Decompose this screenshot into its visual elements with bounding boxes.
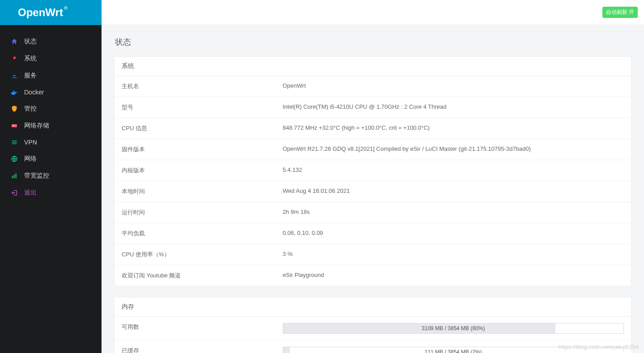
system-row-label: 型号 [122, 103, 283, 111]
svg-rect-6 [12, 176, 13, 178]
bars-icon [11, 139, 18, 146]
hdd-icon [11, 122, 18, 129]
system-row-value: OpenWrt [283, 82, 624, 90]
system-row-label: 内核版本 [122, 166, 283, 174]
system-row: 固件版本OpenWrt R21.7.26 GDQ v8.1[2021] Comp… [114, 139, 631, 160]
globe-icon [11, 155, 18, 162]
sidebar-item-3[interactable]: Docker [0, 84, 102, 100]
logout-icon [11, 189, 18, 196]
sidebar-item-label: 退出 [24, 189, 93, 197]
svg-rect-7 [14, 174, 15, 178]
system-row-value: eSir Playground [283, 272, 624, 280]
sidebar-item-label: 管控 [24, 105, 93, 113]
panel-system: 系统 主机名OpenWrt型号Intel(R) Core(TM) i5-4210… [114, 56, 631, 286]
system-row: 平均负载0.06, 0.10, 0.09 [114, 223, 631, 244]
sidebar-item-8[interactable]: 带宽监控 [0, 167, 102, 184]
sidebar-item-1[interactable]: 系统 [0, 50, 102, 67]
progress-text: 3109 MB / 3854 MB (80%) [283, 323, 623, 333]
sidebar-item-label: 网络 [24, 155, 93, 163]
system-row: 主机名OpenWrt [114, 76, 631, 97]
system-row: CPU 使用率（%）3 % [114, 244, 631, 265]
panel-memory-title: 内存 [114, 298, 631, 317]
main: 自动刷新 开 状态 系统 主机名OpenWrt型号Intel(R) Core(T… [102, 0, 644, 353]
topbar: 自动刷新 开 [102, 0, 644, 25]
memory-row-value: 3109 MB / 3854 MB (80%) [283, 323, 624, 334]
system-row-label: 主机名 [122, 82, 283, 90]
svg-point-1 [16, 125, 17, 126]
memory-row-value: 111 MB / 3854 MB (2%) [283, 347, 624, 353]
system-row-label: 欢迎订阅 Youtube 频道 [122, 272, 283, 280]
system-row-value: 3 % [283, 251, 624, 259]
system-row-value: Intel(R) Core(TM) i5-4210U CPU @ 1.70GHz… [283, 103, 624, 111]
system-row-value: Wed Aug 4 16:01:06 2021 [283, 187, 624, 196]
system-row-label: CPU 信息 [122, 124, 283, 132]
sidebar-item-label: 服务 [24, 72, 93, 80]
sidebar-item-2[interactable]: 服务 [0, 67, 102, 84]
sidebar-item-label: VPN [24, 139, 93, 146]
sidebar-item-label: 状态 [24, 38, 93, 46]
memory-row: 可用数3109 MB / 3854 MB (80%) [114, 317, 631, 340]
sidebar-item-9[interactable]: 退出 [0, 184, 102, 201]
tools-icon [11, 55, 18, 62]
brand-logo[interactable]: OpenWrt® [0, 0, 102, 25]
progress-bar: 111 MB / 3854 MB (2%) [283, 347, 624, 353]
home-icon [11, 38, 18, 45]
system-row-value: 5.4.132 [283, 166, 624, 174]
progress-bar: 3109 MB / 3854 MB (80%) [283, 323, 624, 334]
system-row-label: 平均负载 [122, 230, 283, 238]
system-row: 型号Intel(R) Core(TM) i5-4210U CPU @ 1.70G… [114, 97, 631, 118]
shield-icon [11, 105, 18, 112]
system-row: 欢迎订阅 Youtube 频道eSir Playground [114, 265, 631, 286]
memory-row-label: 可用数 [122, 323, 283, 334]
system-row: 本地时间Wed Aug 4 16:01:06 2021 [114, 181, 631, 202]
sidebar: OpenWrt® 状态系统服务Docker管控网络存储VPN网络带宽监控退出 [0, 0, 102, 353]
progress-text: 111 MB / 3854 MB (2%) [283, 347, 623, 353]
sidebar-item-6[interactable]: VPN [0, 134, 102, 150]
memory-row: 已缓存111 MB / 3854 MB (2%) [114, 340, 631, 353]
system-row-label: 固件版本 [122, 145, 283, 153]
system-row-label: 本地时间 [122, 187, 283, 196]
memory-row-label: 已缓存 [122, 347, 283, 353]
system-row-value: OpenWrt R21.7.26 GDQ v8.1[2021] Compiled… [283, 145, 624, 153]
system-row: 运行时间2h 9m 18s [114, 202, 631, 223]
panel-memory: 内存 可用数3109 MB / 3854 MB (80%)已缓存111 MB /… [114, 297, 631, 353]
sidebar-item-label: Docker [24, 89, 93, 96]
system-row: CPU 信息848.772 MHz +32.0°C (high = +100.0… [114, 118, 631, 139]
chart-icon [11, 172, 18, 179]
page-title: 状态 [115, 37, 631, 47]
sidebar-nav: 状态系统服务Docker管控网络存储VPN网络带宽监控退出 [0, 25, 102, 201]
download-icon [11, 72, 18, 79]
whale-icon [11, 89, 18, 96]
system-row-value: 0.06, 0.10, 0.09 [283, 230, 624, 238]
svg-rect-8 [16, 174, 17, 179]
brand-sup: ® [64, 5, 68, 11]
sidebar-item-0[interactable]: 状态 [0, 33, 102, 50]
brand-name: OpenWrt [18, 6, 63, 19]
sidebar-item-label: 系统 [24, 55, 93, 63]
system-row-label: CPU 使用率（%） [122, 251, 283, 259]
sidebar-item-label: 带宽监控 [24, 172, 93, 180]
sidebar-item-7[interactable]: 网络 [0, 150, 102, 167]
system-row-value: 2h 9m 18s [283, 208, 624, 217]
sidebar-item-5[interactable]: 网络存储 [0, 117, 102, 134]
panel-system-title: 系统 [114, 57, 631, 76]
auto-refresh-toggle[interactable]: 自动刷新 开 [602, 7, 638, 18]
sidebar-item-4[interactable]: 管控 [0, 100, 102, 117]
sidebar-item-label: 网络存储 [24, 122, 93, 130]
content: 状态 系统 主机名OpenWrt型号Intel(R) Core(TM) i5-4… [102, 25, 644, 353]
system-row: 内核版本5.4.132 [114, 160, 631, 181]
system-row-value: 848.772 MHz +32.0°C (high = +100.0°C, cr… [283, 124, 624, 132]
system-row-label: 运行时间 [122, 208, 283, 217]
